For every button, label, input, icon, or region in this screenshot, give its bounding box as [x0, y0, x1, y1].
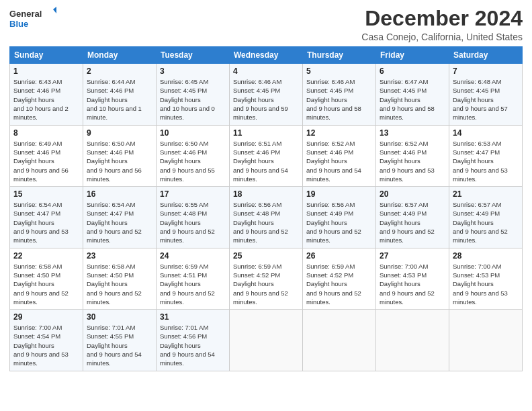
day-detail: Sunrise: 7:00 AMSunset: 4:53 PMDaylight … — [380, 262, 445, 306]
day-detail: Sunrise: 6:43 AMSunset: 4:46 PMDaylight … — [13, 77, 79, 122]
calendar-day-cell: 22 Sunrise: 6:58 AMSunset: 4:50 PMDaylig… — [10, 248, 83, 309]
day-detail: Sunrise: 6:59 AMSunset: 4:52 PMDaylight … — [233, 262, 299, 306]
calendar-day-cell: 1 Sunrise: 6:43 AMSunset: 4:46 PMDayligh… — [10, 64, 83, 125]
day-number: 27 — [380, 251, 445, 261]
calendar-day-cell: 28 Sunrise: 7:00 AMSunset: 4:53 PMDaylig… — [449, 248, 523, 309]
day-detail: Sunrise: 6:57 AMSunset: 4:49 PMDaylight … — [453, 200, 519, 244]
day-number: 10 — [160, 128, 226, 138]
day-detail: Sunrise: 6:55 AMSunset: 4:48 PMDaylight … — [160, 200, 226, 244]
calendar-week-row: 8 Sunrise: 6:49 AMSunset: 4:46 PMDayligh… — [10, 125, 523, 186]
main-title: December 2024 — [361, 7, 523, 30]
calendar-day-cell: 19 Sunrise: 6:56 AMSunset: 4:49 PMDaylig… — [303, 187, 376, 248]
calendar-day-cell — [303, 310, 376, 371]
calendar-day-cell: 29 Sunrise: 7:00 AMSunset: 4:54 PMDaylig… — [10, 310, 83, 371]
header: General Blue December 2024 Casa Conejo, … — [9, 7, 523, 42]
calendar-day-cell: 10 Sunrise: 6:50 AMSunset: 4:46 PMDaylig… — [157, 125, 230, 186]
day-number: 16 — [87, 189, 152, 199]
calendar-header-row: SundayMondayTuesdayWednesdayThursdayFrid… — [10, 47, 523, 64]
day-detail: Sunrise: 6:44 AMSunset: 4:46 PMDaylight … — [87, 77, 152, 122]
day-detail: Sunrise: 6:46 AMSunset: 4:45 PMDaylight … — [306, 77, 372, 122]
day-number: 18 — [233, 189, 299, 199]
calendar-day-cell: 16 Sunrise: 6:54 AMSunset: 4:47 PMDaylig… — [83, 187, 157, 248]
day-detail: Sunrise: 6:59 AMSunset: 4:52 PMDaylight … — [306, 262, 372, 306]
day-detail: Sunrise: 6:50 AMSunset: 4:46 PMDaylight … — [87, 139, 152, 183]
day-detail: Sunrise: 6:47 AMSunset: 4:45 PMDaylight … — [380, 77, 445, 122]
day-detail: Sunrise: 6:56 AMSunset: 4:49 PMDaylight … — [306, 200, 372, 244]
title-block: December 2024 Casa Conejo, California, U… — [361, 7, 523, 42]
calendar-day-cell: 24 Sunrise: 6:59 AMSunset: 4:51 PMDaylig… — [157, 248, 230, 309]
day-detail: Sunrise: 6:48 AMSunset: 4:45 PMDaylight … — [453, 77, 519, 122]
calendar-day-cell: 3 Sunrise: 6:45 AMSunset: 4:45 PMDayligh… — [157, 64, 230, 125]
day-detail: Sunrise: 6:59 AMSunset: 4:51 PMDaylight … — [160, 262, 226, 306]
day-number: 31 — [160, 312, 226, 322]
calendar-week-row: 1 Sunrise: 6:43 AMSunset: 4:46 PMDayligh… — [10, 64, 523, 125]
day-number: 23 — [87, 251, 152, 261]
calendar-day-cell: 7 Sunrise: 6:48 AMSunset: 4:45 PMDayligh… — [449, 64, 523, 125]
calendar-day-cell: 14 Sunrise: 6:53 AMSunset: 4:47 PMDaylig… — [449, 125, 523, 186]
calendar-day-cell: 2 Sunrise: 6:44 AMSunset: 4:46 PMDayligh… — [83, 64, 157, 125]
day-number: 9 — [87, 128, 152, 138]
logo: General Blue — [9, 7, 56, 31]
calendar-day-cell: 21 Sunrise: 6:57 AMSunset: 4:49 PMDaylig… — [449, 187, 523, 248]
day-number: 29 — [13, 312, 79, 322]
day-detail: Sunrise: 6:56 AMSunset: 4:48 PMDaylight … — [233, 200, 299, 244]
calendar-day-header: Saturday — [449, 47, 523, 64]
logo-svg: General Blue — [9, 7, 56, 31]
calendar-day-header: Thursday — [303, 47, 376, 64]
day-detail: Sunrise: 6:53 AMSunset: 4:47 PMDaylight … — [453, 139, 519, 183]
calendar-day-cell: 4 Sunrise: 6:46 AMSunset: 4:45 PMDayligh… — [230, 64, 303, 125]
day-detail: Sunrise: 6:46 AMSunset: 4:45 PMDaylight … — [233, 77, 299, 122]
calendar-body: 1 Sunrise: 6:43 AMSunset: 4:46 PMDayligh… — [10, 64, 523, 371]
calendar-day-header: Monday — [83, 47, 157, 64]
day-detail: Sunrise: 7:01 AMSunset: 4:56 PMDaylight … — [160, 323, 226, 367]
calendar-day-cell: 12 Sunrise: 6:52 AMSunset: 4:46 PMDaylig… — [303, 125, 376, 186]
calendar-day-cell: 17 Sunrise: 6:55 AMSunset: 4:48 PMDaylig… — [157, 187, 230, 248]
day-detail: Sunrise: 6:54 AMSunset: 4:47 PMDaylight … — [13, 200, 79, 244]
day-detail: Sunrise: 7:00 AMSunset: 4:53 PMDaylight … — [453, 262, 519, 306]
day-number: 14 — [453, 128, 519, 138]
calendar-day-header: Friday — [376, 47, 449, 64]
day-detail: Sunrise: 6:52 AMSunset: 4:46 PMDaylight … — [380, 139, 445, 183]
day-number: 20 — [380, 189, 445, 199]
svg-marker-2 — [53, 7, 56, 13]
day-detail: Sunrise: 6:54 AMSunset: 4:47 PMDaylight … — [87, 200, 152, 244]
day-detail: Sunrise: 6:51 AMSunset: 4:46 PMDaylight … — [233, 139, 299, 183]
subtitle: Casa Conejo, California, United States — [361, 32, 523, 42]
day-detail: Sunrise: 6:58 AMSunset: 4:50 PMDaylight … — [13, 262, 79, 306]
day-number: 22 — [13, 251, 79, 261]
calendar-day-cell: 27 Sunrise: 7:00 AMSunset: 4:53 PMDaylig… — [376, 248, 449, 309]
day-detail: Sunrise: 7:01 AMSunset: 4:55 PMDaylight … — [87, 323, 152, 367]
day-number: 24 — [160, 251, 226, 261]
day-detail: Sunrise: 6:52 AMSunset: 4:46 PMDaylight … — [306, 139, 372, 183]
day-number: 15 — [13, 189, 79, 199]
day-number: 25 — [233, 251, 299, 261]
calendar-day-cell: 8 Sunrise: 6:49 AMSunset: 4:46 PMDayligh… — [10, 125, 83, 186]
day-detail: Sunrise: 6:57 AMSunset: 4:49 PMDaylight … — [380, 200, 445, 244]
calendar-table: SundayMondayTuesdayWednesdayThursdayFrid… — [9, 46, 523, 371]
calendar-day-cell — [449, 310, 523, 371]
page: General Blue December 2024 Casa Conejo, … — [0, 0, 532, 411]
calendar-day-cell: 11 Sunrise: 6:51 AMSunset: 4:46 PMDaylig… — [230, 125, 303, 186]
calendar-day-cell: 18 Sunrise: 6:56 AMSunset: 4:48 PMDaylig… — [230, 187, 303, 248]
calendar-day-cell: 6 Sunrise: 6:47 AMSunset: 4:45 PMDayligh… — [376, 64, 449, 125]
calendar-day-cell: 30 Sunrise: 7:01 AMSunset: 4:55 PMDaylig… — [83, 310, 157, 371]
calendar-day-cell — [230, 310, 303, 371]
calendar-week-row: 29 Sunrise: 7:00 AMSunset: 4:54 PMDaylig… — [10, 310, 523, 371]
svg-text:General: General — [9, 9, 42, 19]
day-number: 13 — [380, 128, 445, 138]
calendar-day-cell: 13 Sunrise: 6:52 AMSunset: 4:46 PMDaylig… — [376, 125, 449, 186]
day-number: 7 — [453, 66, 519, 76]
day-detail: Sunrise: 7:00 AMSunset: 4:54 PMDaylight … — [13, 323, 79, 367]
calendar-day-cell: 26 Sunrise: 6:59 AMSunset: 4:52 PMDaylig… — [303, 248, 376, 309]
day-detail: Sunrise: 6:49 AMSunset: 4:46 PMDaylight … — [13, 139, 79, 183]
day-number: 6 — [380, 66, 445, 76]
day-number: 30 — [87, 312, 152, 322]
day-number: 2 — [87, 66, 152, 76]
day-number: 28 — [453, 251, 519, 261]
day-detail: Sunrise: 6:50 AMSunset: 4:46 PMDaylight … — [160, 139, 226, 183]
day-number: 8 — [13, 128, 79, 138]
day-number: 21 — [453, 189, 519, 199]
calendar-day-cell: 25 Sunrise: 6:59 AMSunset: 4:52 PMDaylig… — [230, 248, 303, 309]
calendar-week-row: 22 Sunrise: 6:58 AMSunset: 4:50 PMDaylig… — [10, 248, 523, 309]
day-number: 3 — [160, 66, 226, 76]
